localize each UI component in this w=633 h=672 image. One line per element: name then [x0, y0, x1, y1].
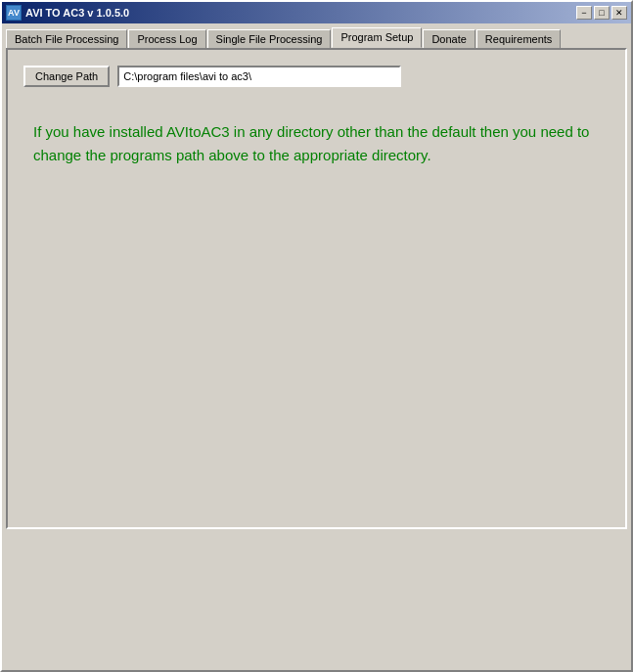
- app-icon: AV: [6, 5, 22, 21]
- title-bar: AV AVI TO AC3 v 1.0.5.0 − □ ✕: [2, 2, 631, 23]
- bottom-area: [2, 533, 631, 670]
- change-path-button[interactable]: Change Path: [23, 66, 110, 87]
- content-area: Change Path If you have installed AVItoA…: [6, 48, 627, 529]
- tab-batch[interactable]: Batch File Processing: [6, 29, 127, 48]
- window-controls: − □ ✕: [576, 6, 627, 20]
- tab-requirements[interactable]: Requirements: [476, 29, 561, 48]
- title-bar-left: AV AVI TO AC3 v 1.0.5.0: [6, 5, 129, 21]
- path-input[interactable]: [117, 66, 401, 87]
- tab-log[interactable]: Process Log: [128, 29, 205, 48]
- minimize-button[interactable]: −: [576, 6, 592, 20]
- tabs-bar: Batch File Processing Process Log Single…: [2, 23, 631, 48]
- close-button[interactable]: ✕: [611, 6, 627, 20]
- window-title: AVI TO AC3 v 1.0.5.0: [25, 7, 129, 19]
- tab-setup[interactable]: Program Setup: [332, 27, 422, 48]
- tab-donate[interactable]: Donate: [423, 29, 475, 48]
- path-row: Change Path: [23, 66, 610, 87]
- tab-single[interactable]: Single File Processing: [207, 29, 332, 48]
- main-window: AV AVI TO AC3 v 1.0.5.0 − □ ✕ Batch File…: [0, 0, 633, 672]
- info-text: If you have installed AVItoAC3 in any di…: [33, 120, 610, 167]
- maximize-button[interactable]: □: [594, 6, 610, 20]
